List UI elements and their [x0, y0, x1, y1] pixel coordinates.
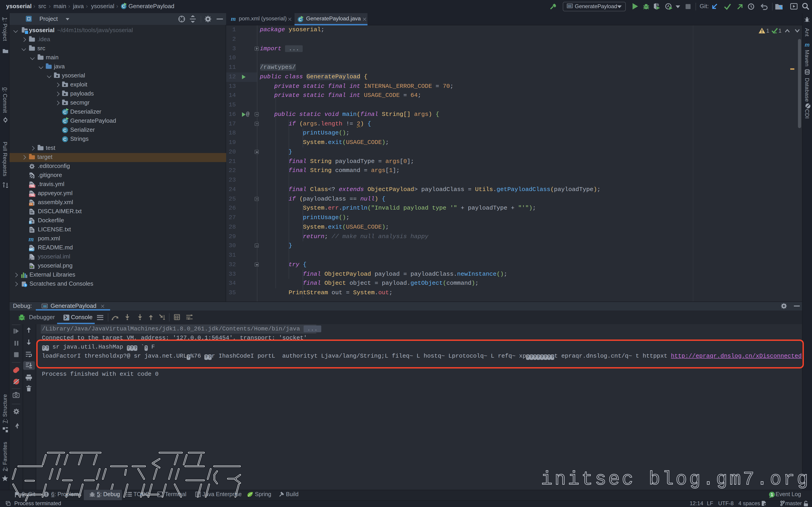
- svg-text:1: 1: [771, 492, 773, 497]
